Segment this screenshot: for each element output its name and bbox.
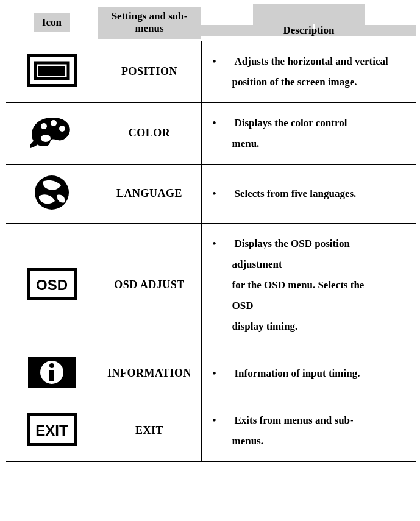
svg-text:OSD: OSD bbox=[36, 277, 68, 293]
desc-line: for the OSD menu. Selects the bbox=[208, 275, 412, 296]
table-row: COLOR Displays the color control menu. bbox=[6, 102, 416, 164]
header-icon: Icon bbox=[6, 6, 98, 40]
desc-line: Displays the OSD position bbox=[208, 233, 412, 254]
desc-line: menu. bbox=[208, 133, 412, 154]
desc-line: display timing. bbox=[208, 316, 412, 337]
svg-rect-2 bbox=[38, 66, 65, 76]
desc-line: position of the screen image. bbox=[208, 72, 412, 93]
cell-desc: Exits from menus and sub- menus. bbox=[201, 400, 416, 461]
cell-desc: Adjusts the horizontal and vertical posi… bbox=[201, 40, 416, 102]
table-row: LANGUAGE Selects from five languages. bbox=[6, 164, 416, 223]
table-row: EXIT EXIT Exits from menus and sub- menu… bbox=[6, 400, 416, 461]
desc-line: Information of input timing. bbox=[208, 363, 412, 384]
svg-point-12 bbox=[49, 363, 54, 368]
svg-text:EXIT: EXIT bbox=[35, 422, 68, 439]
row-name: COLOR bbox=[129, 127, 171, 139]
cell-icon bbox=[6, 347, 98, 400]
cell-icon: EXIT bbox=[6, 400, 98, 461]
cell-desc: Displays the color control menu. bbox=[201, 102, 416, 164]
desc-line: OSD bbox=[208, 296, 412, 316]
desc-line: menus. bbox=[208, 431, 412, 452]
desc-line: Exits from menus and sub- bbox=[208, 410, 412, 431]
cell-icon bbox=[6, 40, 98, 102]
information-icon bbox=[27, 356, 77, 389]
osd-adjust-icon: OSD bbox=[27, 268, 77, 300]
desc-line: Displays the color control bbox=[208, 113, 412, 133]
cell-name: OSD ADJUST bbox=[98, 223, 201, 347]
cell-desc: Information of input timing. bbox=[201, 347, 416, 400]
svg-point-4 bbox=[51, 120, 57, 126]
svg-point-5 bbox=[59, 126, 65, 132]
header-desc: Description bbox=[201, 6, 416, 40]
cell-desc: Selects from five languages. bbox=[201, 164, 416, 223]
header-name: Settings and sub-menus bbox=[98, 6, 201, 40]
row-name: POSITION bbox=[121, 65, 177, 77]
desc-line: Selects from five languages. bbox=[208, 183, 412, 204]
table-row: POSITION Adjusts the horizontal and vert… bbox=[6, 40, 416, 102]
cell-desc: Displays the OSD position adjustment for… bbox=[201, 223, 416, 347]
header-icon-label: Icon bbox=[34, 13, 70, 32]
cell-icon: OSD bbox=[6, 223, 98, 347]
cell-icon bbox=[6, 164, 98, 223]
position-icon bbox=[27, 54, 77, 87]
color-icon bbox=[27, 114, 77, 151]
osd-settings-table: Icon Settings and sub-menus Description bbox=[6, 6, 416, 462]
header-name-label: Settings and sub-menus bbox=[98, 7, 201, 39]
table-row: OSD OSD ADJUST Displays the OSD position… bbox=[6, 223, 416, 347]
svg-point-3 bbox=[41, 123, 47, 129]
language-icon bbox=[30, 173, 73, 212]
desc-line: adjustment bbox=[208, 254, 412, 275]
cell-icon bbox=[6, 102, 98, 164]
row-name: INFORMATION bbox=[107, 367, 191, 379]
cell-name: LANGUAGE bbox=[98, 164, 201, 223]
svg-point-6 bbox=[41, 135, 51, 142]
cell-name: INFORMATION bbox=[98, 347, 201, 400]
cell-name: COLOR bbox=[98, 102, 201, 164]
desc-line: Adjusts the horizontal and vertical bbox=[208, 51, 412, 72]
cell-name: EXIT bbox=[98, 400, 201, 461]
row-name: EXIT bbox=[135, 424, 163, 436]
exit-icon: EXIT bbox=[27, 413, 77, 446]
cell-name: POSITION bbox=[98, 40, 201, 102]
svg-rect-13 bbox=[49, 370, 54, 381]
table-row: INFORMATION Information of input timing. bbox=[6, 347, 416, 400]
table-header-row: Icon Settings and sub-menus Description bbox=[6, 6, 416, 40]
header-desc-label: Description bbox=[201, 24, 416, 37]
row-name: OSD ADJUST bbox=[114, 278, 185, 291]
row-name: LANGUAGE bbox=[116, 187, 182, 199]
